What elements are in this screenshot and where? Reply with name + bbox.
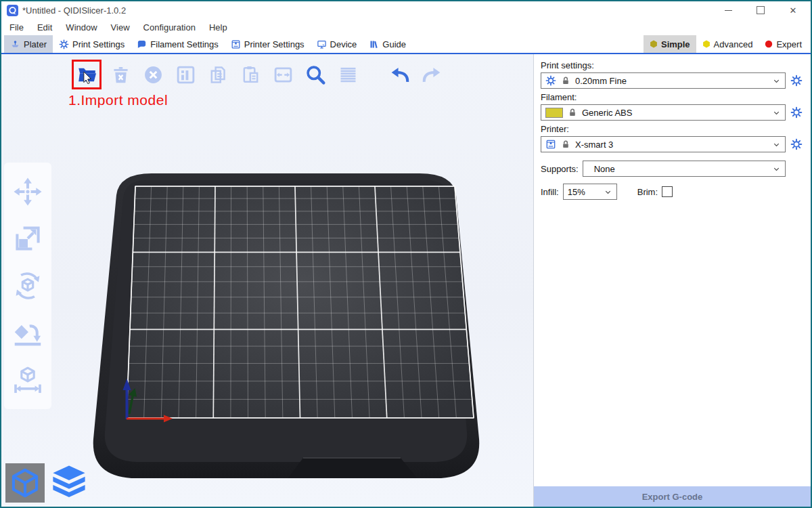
3d-editor-view-button[interactable] [5,463,45,503]
mode-advanced-label: Advanced [714,39,753,49]
chevron-down-icon [772,77,781,85]
brim-checkbox[interactable] [662,186,673,197]
menu-window[interactable]: Window [59,22,104,33]
copy-button[interactable] [205,62,231,87]
import-model-button[interactable] [72,60,102,89]
delete-all-button[interactable] [140,62,166,87]
filament-edit-button[interactable] [790,106,803,119]
search-button[interactable] [302,62,328,87]
delete-all-icon [143,64,164,85]
print-settings-edit-button[interactable] [790,75,803,87]
printer-icon [545,139,556,150]
guide-icon [369,39,379,49]
redo-icon [421,64,443,86]
mode-simple-label: Simple [661,39,690,49]
delete-icon [110,64,131,85]
export-gcode-button[interactable]: Export G-code [534,486,811,507]
gear-icon [790,106,803,119]
mode-expert-label: Expert [776,39,802,49]
annotation-step1: 1.Import model [68,92,168,108]
scale-icon [13,224,43,253]
preview-layers-view-button[interactable] [48,461,90,503]
filament-label: Filament: [541,92,803,102]
paste-icon [240,64,261,85]
measure-icon [13,365,43,395]
printer-label: Printer: [541,124,803,134]
rotate-button[interactable] [12,270,43,301]
search-icon [304,64,327,86]
menu-file[interactable]: File [3,22,30,33]
view-mode-buttons [5,461,90,503]
place-on-face-icon [13,318,43,348]
mode-switcher: Simple Advanced Expert [644,35,811,53]
print-settings-value: 0.20mm Fine [575,76,767,86]
layers-icon [51,463,87,500]
move-button[interactable] [12,176,43,207]
app-window: *Untitled - QIDISlicer-1.0.2 ✕ File Edit… [0,0,812,508]
close-icon: ✕ [790,5,797,16]
measure-button[interactable] [12,364,43,396]
gear-icon [545,75,556,86]
filament-combo[interactable]: Generic ABS [541,104,786,121]
filament-icon [137,39,147,49]
print-settings-label: Print settings: [541,60,803,70]
filament-color-swatch [545,108,563,118]
infill-label: Infill: [541,187,559,197]
close-button[interactable]: ✕ [777,1,809,19]
minimize-button[interactable] [712,1,744,19]
move-icon [13,177,43,207]
gear-icon [59,39,69,49]
tab-print-settings[interactable]: Print Settings [53,35,131,53]
arrange-button[interactable] [173,62,198,87]
object-manipulation-toolbar [4,163,51,409]
printer-edit-button[interactable] [790,138,803,151]
layer-list-icon [338,64,359,85]
3d-cube-icon [8,466,42,500]
tab-plater[interactable]: Plater [4,35,53,53]
menu-bar: File Edit Window View Configuration Help [1,19,811,35]
split-button[interactable] [270,62,296,87]
title-bar: *Untitled - QIDISlicer-1.0.2 ✕ [1,1,811,19]
menu-view[interactable]: View [104,22,137,33]
bed-handle [288,458,417,478]
3d-viewport[interactable]: 1.Import model [1,54,533,507]
paste-button[interactable] [238,62,263,87]
scale-button[interactable] [12,223,43,254]
menu-help[interactable]: Help [202,22,234,33]
maximize-button[interactable] [744,1,777,19]
simple-mode-icon [650,40,658,48]
minimize-icon [725,10,732,11]
tab-filament-settings[interactable]: Filament Settings [131,35,224,53]
mode-advanced[interactable]: Advanced [696,35,759,53]
delete-button[interactable] [108,62,133,87]
mode-simple[interactable]: Simple [644,35,696,53]
supports-value: None [594,164,767,174]
mouse-cursor-icon [83,71,95,84]
tab-guide[interactable]: Guide [363,35,412,53]
supports-combo[interactable]: None [583,161,786,177]
tab-printer-settings[interactable]: Printer Settings [225,35,311,53]
filament-value: Generic ABS [582,108,767,118]
tab-bar: Plater Print Settings Filament Settings … [1,35,811,54]
layer-list-button[interactable] [335,62,361,87]
mode-expert[interactable]: Expert [759,35,808,53]
printer-combo[interactable]: X-smart 3 [541,136,786,152]
menu-configuration[interactable]: Configuration [137,22,202,33]
print-settings-combo[interactable]: 0.20mm Fine [541,72,786,89]
tab-device-label: Device [330,39,357,49]
gear-icon [790,138,803,150]
brim-label: Brim: [637,187,658,197]
copy-icon [208,64,229,85]
redo-button[interactable] [419,62,445,87]
tab-guide-label: Guide [382,39,406,49]
place-on-face-button[interactable] [12,318,43,349]
tab-device[interactable]: Device [311,35,363,53]
print-bed[interactable] [88,169,484,482]
lock-icon [568,108,577,117]
infill-combo[interactable]: 15% [563,184,617,200]
undo-button[interactable] [386,62,412,87]
maximize-icon [757,6,765,14]
lock-icon [561,140,570,149]
chevron-down-icon [772,165,781,173]
menu-edit[interactable]: Edit [30,22,59,33]
